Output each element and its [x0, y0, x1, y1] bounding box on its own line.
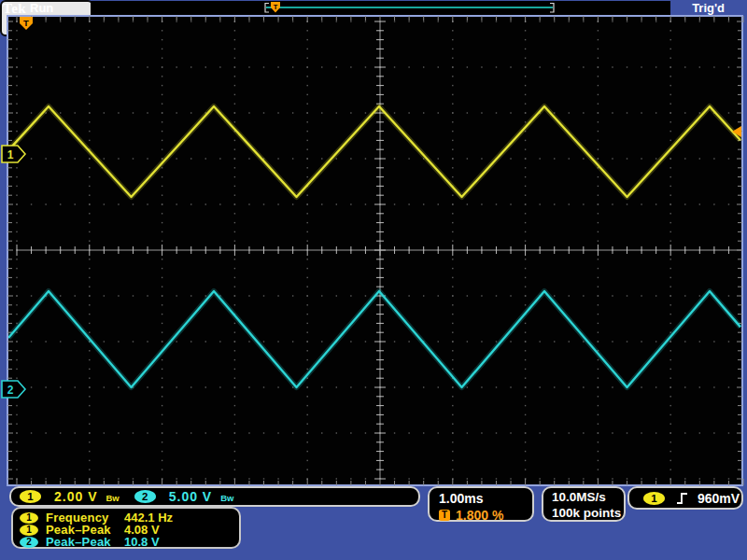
sample-rate: 10.0MS/s — [552, 490, 624, 506]
acquisition-readout: 10.0MS/s 100k points — [542, 486, 626, 522]
channel-1-badge: 1 — [20, 512, 38, 524]
tek-logo: Tek — [3, 1, 26, 17]
graticule-canvas: 12TT — [0, 0, 747, 560]
acquisition-state[interactable]: Run — [30, 1, 53, 15]
record-view-bar: T — [91, 1, 670, 15]
trigger-readout[interactable]: 1 960mV — [627, 486, 743, 510]
channel-2-scale[interactable]: 5.00 V — [169, 489, 212, 504]
channel-2-badge: 2 — [20, 537, 38, 548]
svg-text:1: 1 — [7, 148, 14, 161]
horizontal-scale: 1.00ms — [439, 491, 532, 506]
trigger-source-badge: 1 — [643, 492, 665, 505]
measurements-panel[interactable]: 1 Frequency 442.1 Hz 1 Peak–Peak 4.08 V … — [11, 507, 241, 549]
channel-1-badge: 1 — [20, 490, 41, 503]
measurement-value: 10.8 V — [124, 535, 160, 549]
record-length: 100k points — [552, 506, 624, 522]
measurement-name: Peak–Peak — [46, 535, 124, 549]
svg-text:2: 2 — [7, 384, 14, 397]
trigger-position-icon: T — [439, 510, 450, 521]
channel-1-scale[interactable]: 2.00 V — [54, 489, 97, 504]
measurement-row: 2 Peak–Peak 10.8 V — [20, 536, 239, 548]
horizontal-readout[interactable]: 1.00ms T 1.800 % — [428, 486, 534, 522]
trigger-status: Trig'd — [692, 1, 725, 15]
rising-edge-icon — [676, 492, 688, 505]
channel-2-badge: 2 — [134, 490, 156, 503]
channel-scale-readout[interactable]: 1 2.00 V Bw 2 5.00 V Bw — [9, 486, 420, 507]
trigger-level: 960mV — [698, 491, 740, 506]
svg-text:T: T — [23, 18, 29, 28]
channel-2-bandwidth-icon: Bw — [220, 493, 233, 503]
svg-text:T: T — [274, 3, 278, 11]
trigger-position-percent: 1.800 % — [456, 508, 503, 523]
channel-1-bandwidth-icon: Bw — [106, 493, 119, 503]
oscilloscope-screen: Tek Run Trig'd 12TT 1 2.00 V Bw 2 5.00 V… — [0, 0, 747, 560]
channel-1-badge: 1 — [20, 525, 38, 536]
